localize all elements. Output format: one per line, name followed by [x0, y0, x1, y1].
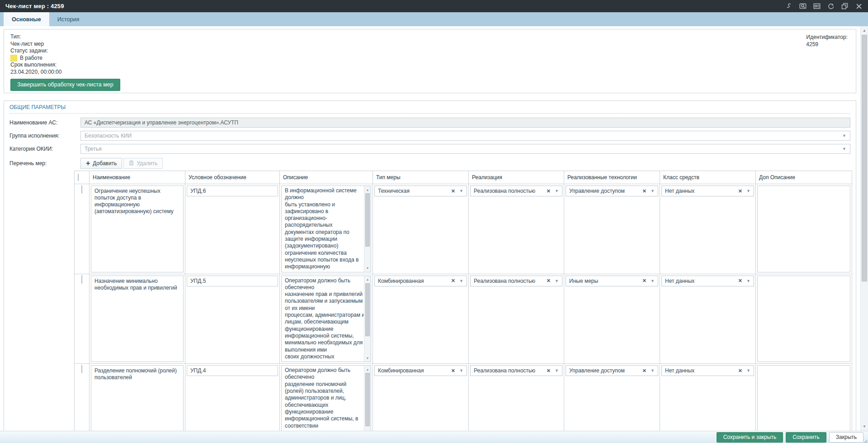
- clear-icon[interactable]: ✕: [547, 368, 551, 374]
- okii-category-label: Категория ОКИИ:: [9, 146, 80, 152]
- scrollbar-thumb[interactable]: [365, 283, 370, 337]
- tab-bar: Основные История: [0, 12, 868, 26]
- okii-category-select[interactable]: Третья ▼: [80, 144, 850, 154]
- refresh-icon[interactable]: [827, 2, 835, 10]
- scroll-down-icon[interactable]: ▼: [364, 266, 371, 271]
- select-all-checkbox[interactable]: [78, 174, 79, 181]
- as-name-input[interactable]: АС «Диспетчеризация и управление энергоц…: [80, 118, 850, 128]
- row-checkbox[interactable]: [81, 185, 82, 194]
- scrollbar-thumb[interactable]: [862, 35, 867, 281]
- tab-history[interactable]: История: [49, 12, 87, 26]
- clear-icon[interactable]: ✕: [642, 278, 646, 284]
- chevron-down-icon[interactable]: ▼: [459, 189, 463, 193]
- scroll-up-icon[interactable]: ▲: [364, 187, 371, 192]
- clear-icon[interactable]: ✕: [451, 188, 455, 194]
- trash-icon: [129, 160, 134, 167]
- extra-description-textarea[interactable]: [757, 186, 850, 272]
- general-params-panel: ОБЩИЕ ПАРАМЕТРЫ Наименование АС: АС «Дис…: [4, 100, 856, 431]
- clear-icon[interactable]: ✕: [451, 278, 455, 284]
- scrollbar-thumb[interactable]: [365, 373, 370, 426]
- chevron-down-icon[interactable]: ▼: [651, 189, 655, 193]
- col-implementation: Реализация: [469, 171, 564, 184]
- row-checkbox[interactable]: [81, 275, 82, 284]
- measure-code-input[interactable]: УПД.6: [187, 186, 278, 196]
- preview-icon[interactable]: [799, 2, 807, 10]
- chevron-down-icon[interactable]: ▼: [459, 368, 463, 373]
- chevron-down-icon[interactable]: ▼: [555, 368, 559, 373]
- table-header-row: Наименование Условное обозначение Описан…: [75, 171, 852, 184]
- scroll-up-icon[interactable]: ▲: [861, 27, 868, 34]
- task-info-panel: Тип: Чек-лист мер Статус задачи: В работ…: [4, 29, 856, 93]
- tool-class-combo[interactable]: Нет данных ✕ ▼: [661, 365, 754, 376]
- clear-icon[interactable]: ✕: [642, 188, 646, 194]
- measure-type-combo[interactable]: Комбинированная ✕ ▼: [374, 365, 467, 376]
- textarea-scrollbar[interactable]: ▲ ▼: [364, 366, 371, 431]
- tool-class-combo[interactable]: Нет данных ✕ ▼: [661, 186, 754, 196]
- clear-icon[interactable]: ✕: [642, 368, 646, 374]
- save-and-close-button[interactable]: Сохранить и закрыть: [717, 432, 783, 443]
- identifier-value: 4259: [806, 41, 848, 48]
- page-scrollbar[interactable]: ▲ ▼: [860, 26, 868, 431]
- finish-checklist-button[interactable]: Завершить обработку чек-листа мер: [10, 79, 120, 91]
- chevron-down-icon[interactable]: ▼: [746, 189, 750, 193]
- scroll-up-icon[interactable]: ▲: [364, 367, 371, 372]
- scroll-up-icon[interactable]: ▲: [364, 277, 371, 282]
- scrollbar-thumb[interactable]: [365, 193, 370, 247]
- clear-icon[interactable]: ✕: [738, 278, 742, 284]
- tool-class-combo[interactable]: Нет данных ✕ ▼: [661, 276, 754, 286]
- chevron-down-icon[interactable]: ▼: [555, 189, 559, 193]
- identifier-label: Идентификатор:: [806, 33, 848, 41]
- add-measure-button[interactable]: + Добавить: [80, 158, 122, 169]
- measure-name: Ограничение неуспешных попыток доступа в…: [91, 186, 184, 272]
- measure-description-textarea[interactable]: Оператором должно быть обеспечено назнач…: [281, 276, 371, 362]
- implementation-combo[interactable]: Реализована полностью ✕ ▼: [470, 186, 562, 196]
- measures-table: Наименование Условное обозначение Описан…: [74, 171, 856, 431]
- extra-description-textarea[interactable]: [757, 276, 850, 362]
- implementation-combo[interactable]: Реализована полностью ✕ ▼: [470, 365, 562, 376]
- chevron-down-icon[interactable]: ▼: [651, 368, 655, 373]
- close-button[interactable]: Закрыть: [829, 432, 863, 443]
- measure-description-textarea[interactable]: В информационной системе должно быть уст…: [281, 186, 371, 272]
- exec-group-label: Группа исполнения:: [9, 133, 80, 139]
- scroll-down-icon[interactable]: ▼: [364, 355, 371, 361]
- technologies-combo[interactable]: Управление доступом ✕ ▼: [566, 365, 658, 376]
- card-settings-icon[interactable]: [813, 2, 821, 10]
- restore-icon[interactable]: [841, 2, 849, 10]
- close-icon[interactable]: [855, 2, 863, 10]
- clear-icon[interactable]: ✕: [547, 188, 551, 194]
- delete-measure-button[interactable]: Удалить: [123, 158, 163, 169]
- measure-code-input[interactable]: УПД.4: [187, 365, 278, 376]
- textarea-scrollbar[interactable]: ▲ ▼: [364, 186, 371, 272]
- deadline-label: Срок выполнения:: [10, 62, 849, 69]
- scroll-down-icon[interactable]: ▼: [861, 423, 868, 430]
- status-label: Статус задачи:: [10, 48, 849, 55]
- chevron-down-icon[interactable]: ▼: [459, 279, 463, 283]
- save-button[interactable]: Сохранить: [786, 432, 826, 443]
- link-icon[interactable]: [785, 2, 793, 10]
- exec-group-select[interactable]: Безопасность КИИ ▼: [80, 131, 850, 141]
- textarea-scrollbar[interactable]: ▲ ▼: [364, 276, 371, 362]
- implementation-combo[interactable]: Реализована полностью ✕ ▼: [470, 276, 562, 286]
- col-technologies: Реализованные технологии: [564, 171, 660, 184]
- extra-description-textarea[interactable]: [757, 365, 850, 431]
- measure-description-textarea[interactable]: Оператором должно быть обеспечено раздел…: [281, 365, 371, 431]
- chevron-down-icon[interactable]: ▼: [746, 368, 750, 373]
- technologies-combo[interactable]: Иные меры ✕ ▼: [566, 276, 658, 286]
- chevron-down-icon[interactable]: ▼: [651, 279, 655, 283]
- tab-main[interactable]: Основные: [4, 12, 49, 26]
- clear-icon[interactable]: ✕: [738, 368, 742, 374]
- measure-code-input[interactable]: УПД.5: [187, 276, 278, 286]
- clear-icon[interactable]: ✕: [547, 278, 551, 284]
- row-checkbox[interactable]: [81, 365, 82, 373]
- chevron-down-icon[interactable]: ▼: [842, 133, 846, 138]
- technologies-combo[interactable]: Управление доступом ✕ ▼: [566, 186, 658, 196]
- section-title: ОБЩИЕ ПАРАМЕТРЫ: [9, 104, 850, 114]
- chevron-down-icon[interactable]: ▼: [842, 147, 846, 151]
- chevron-down-icon[interactable]: ▼: [555, 279, 559, 283]
- chevron-down-icon[interactable]: ▼: [746, 279, 750, 283]
- clear-icon[interactable]: ✕: [451, 368, 455, 374]
- clear-icon[interactable]: ✕: [738, 188, 742, 194]
- measure-type-combo[interactable]: Комбинированная ✕ ▼: [374, 276, 467, 286]
- resize-grip[interactable]: [863, 438, 867, 442]
- measure-type-combo[interactable]: Техническая ✕ ▼: [374, 186, 467, 196]
